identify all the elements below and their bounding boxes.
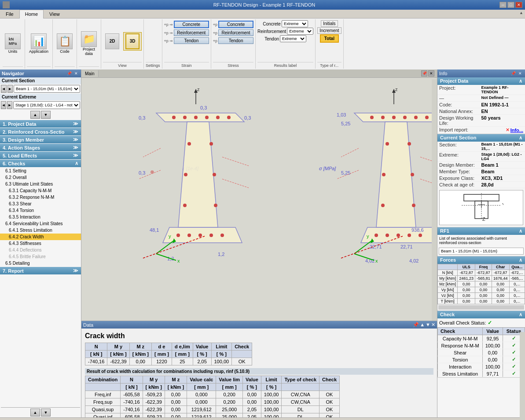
check-row-torsion: Torsion0,00✓ <box>438 356 525 363</box>
forces-row-n: N [kN]-672,87-672,87-672,87-672,... <box>438 270 525 276</box>
svg-text:y: y <box>169 234 171 239</box>
nav-item-645[interactable]: 6.4.5 Brittle Failure <box>0 253 81 260</box>
data-down-arrow[interactable]: ▼ <box>426 322 430 328</box>
nav-item-report[interactable]: 7. Report ≫ <box>0 267 81 274</box>
view-pin-button[interactable]: 📌 <box>421 70 427 77</box>
view-close-button[interactable]: ✕ <box>428 70 434 77</box>
nav-item-632[interactable]: 6.3.2 Response N-M-M <box>0 194 81 201</box>
svg-point-52 <box>411 173 414 176</box>
info-row-code: Code: EN 1992-1-1 <box>437 102 525 108</box>
svg-text:y: y <box>367 234 369 239</box>
nav-item-action-stages[interactable]: 4. Action Stages ≫ <box>0 144 81 151</box>
nav-close-button[interactable]: ✕ <box>73 70 79 77</box>
svg-line-32 <box>222 157 249 166</box>
nav-item-load-effects[interactable]: 5. Load Effects ≫ <box>0 152 81 159</box>
nav-prev-extreme[interactable]: ◄ <box>1 101 6 109</box>
rf1-beam-label[interactable]: Beam 1 - 15,01m (M1 - 15,01m) <box>439 248 524 255</box>
current-extreme-select[interactable]: Stage 1 (28,0d): LG2 - LG4 - not <box>13 101 80 109</box>
nav-item-63[interactable]: 6.3 Ultimate Limit States <box>0 181 81 187</box>
nav-item-checks[interactable]: 6. Checks ∧ <box>0 160 81 167</box>
check-row-capacity: Capacity N-M-M92,95✓ <box>438 335 525 342</box>
info-project-data-header[interactable]: Project Data ∧ <box>437 77 525 85</box>
forces-scrollbar[interactable] <box>438 305 524 310</box>
nav-item-631[interactable]: 6.3.1 Capacity N-M-M <box>0 187 81 194</box>
nav-item-61[interactable]: 6.1 Setting <box>0 168 81 174</box>
nav-pin-button[interactable]: 📌 <box>66 70 72 77</box>
total-button[interactable]: Total <box>320 34 339 43</box>
plus-icon: +p <box>164 22 169 27</box>
tab-file[interactable]: File <box>0 10 19 18</box>
main-view: Main 📌 ✕ ε [1e-4] σ [MPa] <box>81 69 437 321</box>
nav-item-643[interactable]: 6.4.3 Stiffnesses <box>0 240 81 247</box>
main-tab[interactable]: Main <box>81 70 99 77</box>
current-section-select[interactable]: Beam 1 - 15,01m (M1 - 15,01m) <box>14 85 80 93</box>
tab-view[interactable]: View <box>44 10 66 18</box>
project-data-button[interactable]: 📁 Projectdata <box>79 30 99 57</box>
application-button[interactable]: 📊 Application <box>27 32 51 55</box>
nav-item-project-data[interactable]: 1. Project Data ≫ <box>0 120 81 128</box>
data-panel-pin[interactable]: 📌 <box>413 322 419 328</box>
nav-next-section[interactable]: ► <box>7 85 13 93</box>
nav-down-btn[interactable]: ▼ <box>41 111 51 119</box>
nav-prev-section[interactable]: ◄ <box>1 85 7 93</box>
close-button[interactable]: ✕ <box>515 2 522 8</box>
stress-tendon-button[interactable]: Tendon <box>218 37 253 44</box>
th-delim-unit: [ mm ] <box>172 351 193 358</box>
nav-item-633[interactable]: 6.3.3 Shear <box>0 201 81 207</box>
svg-point-43 <box>381 116 385 119</box>
nav-bottom-up[interactable]: ▲ <box>30 409 40 416</box>
rl-concrete-select[interactable]: Extreme <box>282 20 308 27</box>
info-rf1-header[interactable]: RF1 ∧ <box>437 227 525 235</box>
type-group-label: Type of r... <box>317 62 341 68</box>
forces-title: Forces <box>440 257 456 263</box>
nav-item-642[interactable]: 6.4.2 Crack Width <box>0 234 81 240</box>
initials-button[interactable]: Initials <box>321 20 338 27</box>
nav-bottom-down[interactable]: ▼ <box>41 409 51 416</box>
data-up-arrow[interactable]: ▲ <box>420 322 425 328</box>
nav-next-extreme[interactable]: ► <box>7 101 12 109</box>
window-title: RF-TENDON Design - Example 1 RF-TENDON <box>29 2 499 7</box>
main-view-scrollbar[interactable] <box>432 79 437 321</box>
info-current-section-header[interactable]: Current Section ∧ <box>437 134 525 142</box>
nav-item-644[interactable]: 6.4.4 Deflections <box>0 247 81 253</box>
info-forces-header[interactable]: Forces ∧ <box>437 256 525 264</box>
nav-up-btn[interactable]: ▲ <box>30 111 40 119</box>
nav-item-64[interactable]: 6.4 Serviceability Limit States <box>0 220 81 227</box>
strain-concrete-button[interactable]: Concrete <box>174 21 209 28</box>
nav-item-634[interactable]: 6.3.4 Torsion <box>0 207 81 214</box>
nav-item-65[interactable]: 6.5 Detailing <box>0 260 81 267</box>
view-2d-button[interactable]: 2D <box>103 32 121 51</box>
settings-label: Settings <box>146 62 160 68</box>
svg-text:22,71: 22,71 <box>400 244 413 249</box>
tab-home[interactable]: Home <box>19 10 44 18</box>
stress-concrete-button[interactable]: Concrete <box>218 21 253 28</box>
info-row-member-type: Member Type: Beam <box>437 168 525 175</box>
svg-text:Z: Z <box>482 216 485 222</box>
code-button[interactable]: 📋 Code <box>55 32 75 55</box>
increment-button[interactable]: Increment <box>317 27 341 34</box>
view-3d-button[interactable]: 3D <box>123 32 142 51</box>
minimize-button[interactable]: ─ <box>499 2 507 8</box>
units-button[interactable]: kNMPa Units <box>3 32 23 55</box>
stress-reinforcement-button[interactable]: Reinforcement <box>218 29 253 36</box>
import-info-btn[interactable]: Info... <box>510 128 523 133</box>
nav-item-635[interactable]: 6.3.5 Interaction <box>0 214 81 220</box>
ribbon-group-settings: Settings <box>144 19 162 69</box>
strain-tendon-button[interactable]: Tendon <box>174 37 209 44</box>
rl-tendon: Tendon <box>264 37 279 41</box>
info-pin-button[interactable]: 📌 <box>510 70 516 77</box>
rl-tendon-select[interactable]: Extreme <box>280 35 306 42</box>
nav-item-62[interactable]: 6.2 Overall <box>0 174 81 181</box>
maximize-button[interactable]: □ <box>507 2 514 8</box>
strain-reinforcement-button[interactable]: Reinforcement <box>174 29 209 36</box>
check-row-stress: Stress Limitation97,71✓ <box>438 370 525 377</box>
data-panel-close[interactable]: ✕ <box>431 322 435 328</box>
ribbon-collapse[interactable]: ▲ <box>518 10 525 18</box>
info-check-header[interactable]: Check ∧ <box>437 311 525 318</box>
svg-point-58 <box>397 234 400 237</box>
rl-reinforcement-select[interactable]: Extreme <box>287 28 313 35</box>
info-close-button[interactable]: ✕ <box>517 70 523 77</box>
nav-item-design-member[interactable]: 3. Design Member ≫ <box>0 136 81 143</box>
nav-item-641[interactable]: 6.4.1 Stress Limitation <box>0 227 81 234</box>
nav-item-reinforced[interactable]: 2. Reinforced Cross-Sectio ≫ <box>0 128 81 135</box>
